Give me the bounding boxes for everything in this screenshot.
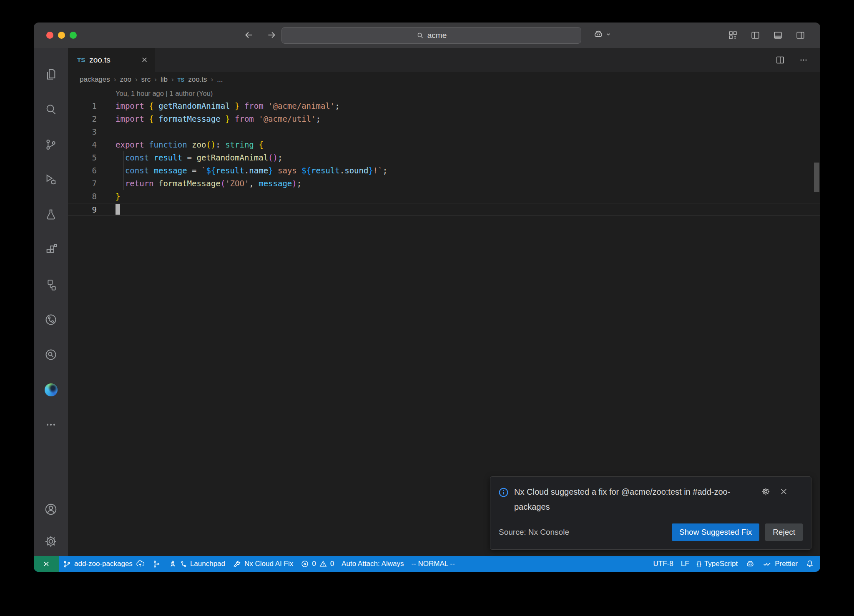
breadcrumb-separator: › bbox=[171, 75, 174, 84]
error-count: 0 bbox=[312, 560, 316, 568]
encoding-status[interactable]: UTF-8 bbox=[650, 556, 677, 572]
ellipsis-icon bbox=[44, 418, 58, 431]
warning-count: 0 bbox=[330, 560, 334, 568]
settings-button[interactable] bbox=[38, 527, 64, 556]
breadcrumb-separator: › bbox=[211, 75, 214, 84]
zoom-window-button[interactable] bbox=[70, 32, 77, 39]
sidebar-item-run-debug[interactable] bbox=[38, 162, 64, 197]
breadcrumb-item[interactable]: lib bbox=[161, 75, 168, 84]
code-content: return formatMessage('ZOO', message); bbox=[97, 177, 301, 190]
back-button[interactable] bbox=[242, 28, 256, 42]
circle-search-icon bbox=[44, 348, 58, 361]
title-bar: acme bbox=[34, 23, 820, 48]
notification-toast: Nx Cloud suggested a fix for @acme/zoo:t… bbox=[490, 476, 811, 550]
sidebar-item-code-search[interactable] bbox=[38, 337, 64, 372]
code-content: const result = getRandomAnimal(); bbox=[97, 151, 282, 164]
code-editor[interactable]: You, 1 hour ago | 1 author (You) 1import… bbox=[68, 88, 820, 556]
tab-zoo-ts[interactable]: TS zoo.ts bbox=[68, 48, 156, 72]
sidebar-item-search[interactable] bbox=[38, 92, 64, 127]
remote-icon bbox=[42, 559, 51, 568]
line-number: 8 bbox=[68, 190, 97, 203]
show-suggested-fix-button[interactable]: Show Suggested Fix bbox=[672, 523, 759, 541]
tab-bar: TS zoo.ts bbox=[68, 48, 820, 72]
problems-status[interactable]: 0 0 bbox=[297, 556, 338, 572]
typescript-file-icon: TS bbox=[178, 77, 185, 83]
formatter-status[interactable]: Prettier bbox=[759, 556, 801, 572]
sidebar-item-more[interactable] bbox=[38, 407, 64, 442]
code-line-5[interactable]: 5 const result = getRandomAnimal(); bbox=[68, 151, 820, 164]
breadcrumb-tail[interactable]: ... bbox=[217, 75, 223, 84]
indent-guide bbox=[123, 151, 124, 164]
copilot-menu-button[interactable] bbox=[593, 28, 612, 40]
auto-attach-status[interactable]: Auto Attach: Always bbox=[338, 556, 407, 572]
eol-status[interactable]: LF bbox=[677, 556, 693, 572]
run-debug-icon bbox=[44, 173, 58, 186]
customize-layout-button[interactable] bbox=[726, 28, 739, 42]
code-line-4[interactable]: 4export function zoo(): string { bbox=[68, 138, 820, 151]
notifications-bell[interactable] bbox=[801, 556, 820, 572]
breadcrumb-item[interactable]: zoo bbox=[120, 75, 131, 84]
code-line-1[interactable]: 1import { getRandomAnimal } from '@acme/… bbox=[68, 100, 820, 113]
code-content bbox=[97, 125, 116, 138]
split-editor-icon bbox=[775, 55, 785, 65]
minimize-window-button[interactable] bbox=[58, 32, 65, 39]
editor-cursor bbox=[116, 204, 120, 215]
status-bar: add-zoo-packages Launchpad Nx Cloud AI F… bbox=[34, 556, 820, 572]
git-blame-annotation: You, 1 hour ago | 1 author (You) bbox=[68, 88, 820, 100]
chevron-down-icon bbox=[605, 31, 612, 38]
close-icon bbox=[779, 487, 789, 496]
breadcrumb-file[interactable]: zoo.ts bbox=[188, 75, 207, 84]
sidebar-item-explorer[interactable] bbox=[38, 57, 64, 92]
sidebar-item-testing[interactable] bbox=[38, 197, 64, 232]
code-line-8[interactable]: 8} bbox=[68, 190, 820, 203]
launchpad-status[interactable]: Launchpad bbox=[165, 556, 229, 572]
info-icon bbox=[498, 487, 509, 498]
tab-close-button[interactable] bbox=[141, 56, 148, 64]
editor-scrollbar[interactable] bbox=[814, 163, 819, 192]
line-number: 3 bbox=[68, 125, 97, 138]
reject-button[interactable]: Reject bbox=[765, 523, 803, 541]
breadcrumb: packages › zoo › src › lib › TS zoo.ts ›… bbox=[68, 72, 820, 88]
git-branch-status[interactable]: add-zoo-packages bbox=[59, 556, 148, 572]
vim-mode-status[interactable]: -- NORMAL -- bbox=[407, 556, 458, 572]
language-status[interactable]: {} TypeScript bbox=[693, 556, 742, 572]
remote-indicator[interactable] bbox=[34, 556, 59, 572]
command-center-search[interactable]: acme bbox=[281, 27, 581, 44]
code-line-3[interactable]: 3 bbox=[68, 125, 820, 138]
split-editor-button[interactable] bbox=[774, 53, 787, 67]
toggle-secondary-sidebar-button[interactable] bbox=[794, 28, 807, 42]
nx-cloud-ai-fix-status[interactable]: Nx Cloud AI Fix bbox=[229, 556, 297, 572]
activity-bar bbox=[34, 48, 68, 556]
cloud-upload-icon bbox=[136, 559, 145, 568]
editor-more-actions-button[interactable] bbox=[797, 53, 810, 67]
forward-arrow-icon bbox=[266, 30, 277, 40]
git-branch-icon bbox=[63, 560, 71, 568]
toggle-sidebar-icon bbox=[750, 30, 761, 40]
forward-button[interactable] bbox=[265, 28, 278, 42]
code-line-2[interactable]: 2import { formatMessage } from '@acme/ut… bbox=[68, 113, 820, 125]
account-button[interactable] bbox=[38, 492, 64, 527]
sidebar-item-edge-browser[interactable] bbox=[38, 372, 64, 407]
toggle-sidebar-button[interactable] bbox=[749, 28, 762, 42]
breadcrumb-item[interactable]: src bbox=[141, 75, 151, 84]
sidebar-item-project-graph[interactable] bbox=[38, 302, 64, 337]
tab-title: zoo.ts bbox=[89, 55, 136, 65]
copilot-status[interactable] bbox=[741, 556, 759, 572]
code-line-7[interactable]: 7 return formatMessage('ZOO', message); bbox=[68, 177, 820, 190]
line-number: 1 bbox=[68, 100, 97, 113]
sidebar-item-source-control[interactable] bbox=[38, 127, 64, 162]
notification-settings-button[interactable] bbox=[761, 487, 771, 498]
sidebar-item-extensions[interactable] bbox=[38, 232, 64, 267]
toggle-panel-button[interactable] bbox=[771, 28, 784, 42]
code-line-9[interactable]: 9 bbox=[68, 203, 820, 216]
close-window-button[interactable] bbox=[46, 32, 53, 39]
account-icon bbox=[44, 502, 58, 516]
code-line-6[interactable]: 6 const message = `${result.name} says $… bbox=[68, 164, 820, 177]
sidebar-item-nx-console[interactable] bbox=[38, 267, 64, 302]
line-number: 4 bbox=[68, 138, 97, 151]
testing-beaker-icon bbox=[44, 208, 58, 221]
breadcrumb-item[interactable]: packages bbox=[80, 75, 110, 84]
vscode-window: acme bbox=[34, 23, 820, 572]
notification-close-button[interactable] bbox=[779, 487, 789, 498]
git-graph-button[interactable] bbox=[148, 556, 165, 572]
